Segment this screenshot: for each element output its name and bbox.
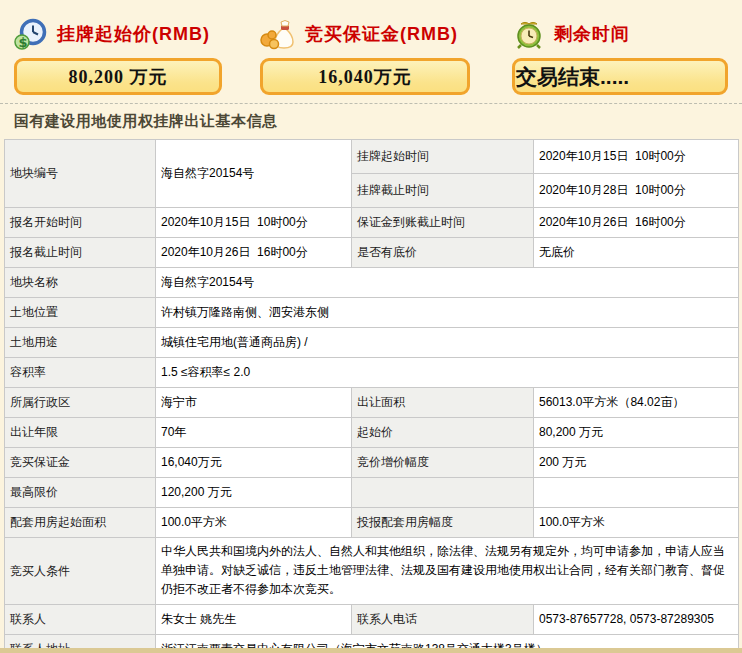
district-label: 所属行政区 xyxy=(5,388,156,418)
bidder-condition-value: 中华人民共和国境内外的法人、自然人和其他组织，除法律、法规另有规定外，均可申请参… xyxy=(156,538,739,605)
has-reserve-price-label: 是否有底价 xyxy=(352,238,534,268)
max-price-value: 120,200 万元 xyxy=(156,478,352,508)
deposit-deadline-value: 2020年10月26日 16时00分 xyxy=(534,208,739,238)
summary-deposit-label: 竞买保证金(RMB) xyxy=(305,22,458,46)
contact-label: 联系人 xyxy=(5,605,156,635)
start-price-label: 起始价 xyxy=(352,418,534,448)
plot-no-value: 海自然字20154号 xyxy=(156,140,352,208)
signup-start-value: 2020年10月15日 10时00分 xyxy=(156,208,352,238)
summary-time-left-label: 剩余时间 xyxy=(554,22,630,46)
land-info-table: 地块编号 海自然字20154号 挂牌起始时间 2020年10月15日 10时00… xyxy=(4,139,739,653)
summary-time-left: 剩余时间 交易结束..... xyxy=(513,0,728,95)
deposit-label: 竞买保证金 xyxy=(5,448,156,478)
support-area-step-label: 投报配套用房幅度 xyxy=(352,508,534,538)
land-use-label: 土地用途 xyxy=(5,328,156,358)
listing-end-label: 挂牌截止时间 xyxy=(352,174,534,208)
support-area-step-value: 100.0平方米 xyxy=(534,508,739,538)
land-use-value: 城镇住宅用地(普通商品房) / xyxy=(156,328,739,358)
contact-value: 朱女士 姚先生 xyxy=(156,605,352,635)
summary-start-price-label: 挂牌起始价(RMB) xyxy=(57,22,210,46)
contact-phone-label: 联系人电话 xyxy=(352,605,534,635)
tenure-value: 70年 xyxy=(156,418,352,448)
start-price-value: 80,200 万元 xyxy=(534,418,739,448)
signup-end-value: 2020年10月26日 16时00分 xyxy=(156,238,352,268)
bottom-edge-strip xyxy=(0,648,742,653)
plot-ratio-label: 容积率 xyxy=(5,358,156,388)
area-value: 56013.0平方米（84.02亩） xyxy=(534,388,739,418)
area-label: 出让面积 xyxy=(352,388,534,418)
support-area-start-label: 配套用房起始面积 xyxy=(5,508,156,538)
deposit-deadline-label: 保证金到账截止时间 xyxy=(352,208,534,238)
plot-name-value: 海自然字20154号 xyxy=(156,268,739,298)
svg-text:$: $ xyxy=(19,35,28,50)
bid-increment-value: 200 万元 xyxy=(534,448,739,478)
money-bag-icon xyxy=(260,18,296,50)
section-title: 国有建设用地使用权挂牌出让基本信息 xyxy=(14,112,278,131)
bid-increment-label: 竞价增价幅度 xyxy=(352,448,534,478)
summary-bar: $ 挂牌起始价(RMB) 80,200 万元 竞买保证金(RMB) 16,040… xyxy=(0,0,742,104)
max-price-label: 最高限价 xyxy=(5,478,156,508)
plot-name-label: 地块名称 xyxy=(5,268,156,298)
summary-deposit-box: 16,040万元 xyxy=(260,58,470,95)
tenure-label: 出让年限 xyxy=(5,418,156,448)
alarm-clock-icon xyxy=(513,18,545,50)
summary-deposit: 竞买保证金(RMB) 16,040万元 xyxy=(260,0,470,95)
contact-phone-value: 0573-87657728, 0573-87289305 xyxy=(534,605,739,635)
plot-ratio-value: 1.5 ≤容积率≤ 2.0 xyxy=(156,358,739,388)
plot-no-label: 地块编号 xyxy=(5,140,156,208)
listing-start-label: 挂牌起始时间 xyxy=(352,140,534,174)
deposit-value: 16,040万元 xyxy=(156,448,352,478)
summary-start-price: $ 挂牌起始价(RMB) 80,200 万元 xyxy=(14,0,222,95)
summary-start-price-box: 80,200 万元 xyxy=(14,58,222,95)
empty-value-cell xyxy=(534,478,739,508)
listing-start-value: 2020年10月15日 10时00分 xyxy=(534,140,739,174)
empty-label-cell xyxy=(352,478,534,508)
location-value: 许村镇万隆路南侧、泗安港东侧 xyxy=(156,298,739,328)
location-label: 土地位置 xyxy=(5,298,156,328)
money-clock-icon: $ xyxy=(14,18,48,50)
bidder-condition-label: 竞买人条件 xyxy=(5,538,156,605)
signup-start-label: 报名开始时间 xyxy=(5,208,156,238)
listing-end-value: 2020年10月28日 10时00分 xyxy=(534,174,739,208)
has-reserve-price-value: 无底价 xyxy=(534,238,739,268)
support-area-start-value: 100.0平方米 xyxy=(156,508,352,538)
signup-end-label: 报名截止时间 xyxy=(5,238,156,268)
summary-time-left-box: 交易结束..... xyxy=(512,58,728,95)
district-value: 海宁市 xyxy=(156,388,352,418)
